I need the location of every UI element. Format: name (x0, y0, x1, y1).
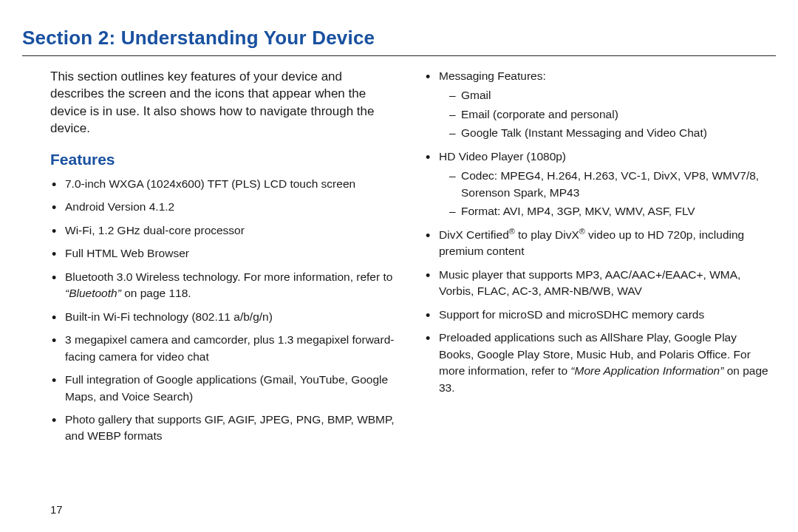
intro-paragraph: This section outlines key features of yo… (50, 68, 395, 137)
right-column: Messaging Features: Gmail Email (corpora… (424, 68, 768, 451)
feature-hd-video: HD Video Player (1080p) Codec: MPEG4, H.… (424, 149, 768, 220)
messaging-email: Email (corporate and personal) (449, 106, 768, 123)
title-rule (22, 55, 776, 56)
two-column-body: This section outlines key features of yo… (22, 68, 776, 451)
feature-cpu: Wi-Fi, 1.2 GHz dual-core processor (50, 222, 395, 239)
messaging-gmail: Gmail (449, 87, 768, 103)
feature-wifi: Built-in Wi-Fi technology (802.11 a/b/g/… (50, 309, 395, 325)
feature-music: Music player that supports MP3, AAC/AAC+… (424, 267, 768, 300)
features-right-list: Messaging Features: Gmail Email (corpora… (424, 68, 768, 396)
feature-screen: 7.0-inch WXGA (1024x600) TFT (PLS) LCD t… (50, 176, 395, 192)
feature-divx: DivX Certified® to play DivX® video up t… (424, 227, 768, 260)
feature-preloaded: Preloaded applications such as AllShare … (424, 330, 768, 396)
messaging-head: Messaging Features: (439, 69, 546, 82)
reg-mark-2: ® (579, 227, 585, 236)
bluetooth-xref: “Bluetooth” (65, 287, 121, 299)
features-heading: Features (50, 151, 395, 168)
page-number: 17 (50, 503, 63, 516)
feature-gallery: Photo gallery that supports GIF, AGIF, J… (50, 412, 395, 445)
features-left-list: 7.0-inch WXGA (1024x600) TFT (PLS) LCD t… (50, 176, 395, 445)
feature-bluetooth: Bluetooth 3.0 Wireless technology. For m… (50, 269, 395, 302)
feature-sd: Support for microSD and microSDHC memory… (424, 307, 768, 323)
hd-format: Format: AVI, MP4, 3GP, MKV, WMV, ASF, FL… (449, 203, 768, 219)
feature-browser: Full HTML Web Browser (50, 245, 395, 262)
messaging-sublist: Gmail Email (corporate and personal) Goo… (439, 87, 768, 141)
feature-messaging: Messaging Features: Gmail Email (corpora… (424, 68, 768, 142)
left-column: This section outlines key features of yo… (50, 68, 395, 451)
section-title: Section 2: Understanding Your Device (22, 27, 776, 50)
divx-a: DivX Certified (439, 228, 509, 241)
hd-codec: Codec: MPEG4, H.264, H.263, VC-1, DivX, … (449, 168, 768, 201)
feature-bluetooth-pre: Bluetooth 3.0 Wireless technology. For m… (65, 270, 392, 283)
divx-b: to play DivX (515, 228, 579, 241)
reg-mark-1: ® (509, 227, 515, 236)
messaging-gtalk: Google Talk (Instant Messaging and Video… (449, 125, 768, 141)
preloaded-xref: “More Application Information” (570, 364, 723, 377)
feature-android: Android Version 4.1.2 (50, 199, 395, 215)
feature-google: Full integration of Google applications … (50, 372, 395, 405)
feature-camera: 3 megapixel camera and camcorder, plus 1… (50, 332, 395, 365)
feature-bluetooth-post: on page 118. (121, 287, 191, 299)
hd-head: HD Video Player (1080p) (439, 150, 566, 163)
hd-sublist: Codec: MPEG4, H.264, H.263, VC-1, DivX, … (439, 168, 768, 219)
